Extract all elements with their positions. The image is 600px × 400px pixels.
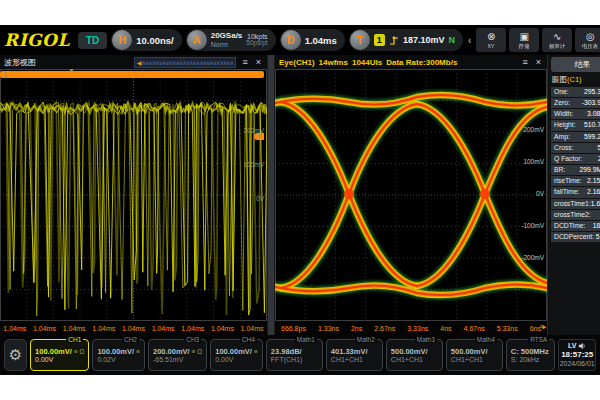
ch3-scale: 200.00mV/ bbox=[153, 347, 190, 356]
measurement-row: Height: 510.7mV bbox=[551, 120, 600, 130]
measurement-value: 2.158ns bbox=[587, 177, 600, 185]
measurement-label: Height: bbox=[554, 121, 576, 129]
trigger-position-marker-icon[interactable]: ▼ bbox=[68, 69, 199, 74]
ch1-card[interactable]: CH1 100.00mV/ ≡ Ω 0.00V bbox=[30, 339, 89, 371]
waveform-menu-icon[interactable]: ≡ bbox=[240, 57, 249, 67]
eye-menu-icon[interactable]: ≡ bbox=[520, 57, 529, 67]
eye-graticule[interactable]: 200mV 100mV 0V -100mV -200mV bbox=[275, 69, 547, 321]
top-toolbar: RIGOL TD H 10.00ns/ A 20GSa/s Norm 10kpt… bbox=[0, 25, 600, 55]
sample-rate-value: 20GSa/s bbox=[211, 32, 243, 40]
measurement-label: DCDPercent: bbox=[554, 233, 594, 241]
waveform-panel-title: 波形视图 bbox=[4, 57, 36, 68]
results-title-button[interactable]: 结果 bbox=[551, 57, 600, 72]
math-scale: 23.98dB/ bbox=[271, 348, 318, 357]
measurement-value: 599.2mV bbox=[584, 133, 600, 141]
measurement-value: 2.164ns bbox=[587, 188, 600, 196]
math-tab-label: Math1 bbox=[295, 336, 317, 343]
results-tab-name: 眼图 bbox=[552, 75, 567, 84]
settings-button[interactable]: ⚙ bbox=[4, 339, 27, 371]
trigger-mode-button[interactable]: TD bbox=[78, 32, 107, 49]
waveform-x-axis: 1.04ms1.04ms1.04ms1.04ms1.04ms1.04ms1.04… bbox=[0, 321, 267, 335]
waveform-graticule[interactable]: 200mV 100mV 0V 1 T ▼ bbox=[0, 69, 267, 321]
rtsa-tab-label: RTSA bbox=[528, 336, 549, 343]
math-tab-label: Math2 bbox=[355, 336, 377, 343]
toolbar-menu-item[interactable]: ∿ 频率计 bbox=[542, 28, 572, 52]
ch3-card[interactable]: CH3 200.00mV/ ≡ Ω -65.51mV bbox=[148, 339, 207, 371]
oscilloscope-screen: RIGOL TD H 10.00ns/ A 20GSa/s Norm 10kpt… bbox=[0, 25, 600, 375]
rtsa-card[interactable]: RTSA C: 500MHz S: 20kHz bbox=[506, 339, 556, 371]
panel-splitter[interactable] bbox=[267, 55, 275, 335]
math-card[interactable]: Math4 500.00mV/ CH1+CH1 bbox=[446, 339, 503, 371]
measurement-value: 295.3mV bbox=[584, 88, 600, 96]
toolbar-menu-item[interactable]: ⊗ XY bbox=[476, 28, 506, 52]
ch1-offset: 0.00V bbox=[35, 356, 84, 364]
measurement-label: BR: bbox=[554, 166, 565, 174]
y-axis-label: 100mV bbox=[243, 161, 264, 168]
math-card[interactable]: Math3 500.00mV/ CH1+CH1 bbox=[386, 339, 443, 371]
ch1-coupling-icons: ≡ Ω bbox=[74, 348, 84, 355]
measurement-row: Zero: -303.9mV bbox=[551, 98, 600, 108]
measurement-row: One: 295.3mV bbox=[551, 87, 600, 97]
x-axis-label: 5.33ns bbox=[497, 325, 518, 332]
acquire-settings-button[interactable]: A 20GSa/s Norm 10kpts 50ps/pt bbox=[186, 29, 276, 51]
ch2-coupling-icons: ≡ bbox=[136, 348, 140, 355]
eye-list-menu-icon[interactable]: ≡▸ bbox=[539, 323, 545, 331]
measurement-label: One: bbox=[554, 88, 569, 96]
ch2-card[interactable]: CH2 100.00mV/ ≡ 0.02V bbox=[92, 339, 145, 371]
horizontal-scale-value: 10.00ns/ bbox=[136, 35, 174, 46]
x-axis-label: 4.67ns bbox=[464, 325, 485, 332]
delay-knob-icon[interactable]: D bbox=[281, 30, 301, 50]
ch3-tab-label: CH3 bbox=[184, 336, 201, 343]
lan-status-label: LV bbox=[568, 342, 576, 350]
x-axis-label: 2ns bbox=[351, 325, 362, 332]
delay-settings-button[interactable]: D 1.04ms bbox=[280, 29, 345, 51]
toolbar-menu-item[interactable]: ◎ 电压表 bbox=[575, 28, 600, 52]
acquire-mode-value: Norm bbox=[211, 41, 243, 48]
math-cards: Math1 23.98dB/ FFT(CH1) Math2 401.33mV/ … bbox=[266, 339, 503, 371]
ch3-coupling-icons: ≡ Ω bbox=[192, 348, 202, 355]
storage-icon: ▣ bbox=[520, 32, 529, 42]
horizontal-settings-button[interactable]: H 10.00ns/ bbox=[111, 29, 182, 51]
y-axis-label: -100mV bbox=[521, 222, 544, 229]
x-axis-label: 1.04ms bbox=[92, 325, 115, 332]
toolbar-menu-item[interactable]: ▣ 存储 bbox=[509, 28, 539, 52]
clock-card[interactable]: LV 18:57:25 2024/06/01 bbox=[558, 339, 596, 371]
measurement-label: riseTime: bbox=[554, 177, 582, 185]
measurement-row: Cross: 50% bbox=[551, 143, 600, 153]
measurement-value: 299.9Mb/s bbox=[579, 166, 600, 174]
results-panel: 结果 眼图(C1) One: 295.3mV Zero: bbox=[547, 55, 600, 335]
horizontal-knob-icon[interactable]: H bbox=[112, 30, 132, 50]
waveform-close-icon[interactable]: × bbox=[254, 57, 263, 67]
rtsa-center-freq: C: 500MHz bbox=[511, 348, 551, 357]
waveform-panel-header: 波形视图 ◀ ∧∨∧∨∧∨∧∨∧∨∧∨∧∨∧∨∧∨∧∨∧∨∧∨∧∨∧∨∧∨∧∨ … bbox=[0, 55, 267, 69]
waveform-view-panel: 波形视图 ◀ ∧∨∧∨∧∨∧∨∧∨∧∨∧∨∧∨∧∨∧∨∧∨∧∨∧∨∧∨∧∨∧∨ … bbox=[0, 55, 267, 335]
math-scale: 500.00mV/ bbox=[451, 348, 498, 357]
eye-wfms-count: 14wfms bbox=[319, 58, 348, 67]
system-time: 18:57:25 bbox=[561, 350, 593, 359]
math-card[interactable]: Math1 23.98dB/ FFT(CH1) bbox=[266, 339, 323, 371]
x-axis-label: 1.04ms bbox=[122, 325, 145, 332]
menu-scroll-left-icon[interactable]: ‹ bbox=[467, 35, 472, 46]
eye-diagram-panel: Eye(CH1) 14wfms 1044UIs Data Rate:300Mb/… bbox=[275, 55, 547, 335]
ch4-coupling-icons: ≡ bbox=[254, 348, 258, 355]
acquire-knob-icon[interactable]: A bbox=[187, 30, 207, 50]
ch2-offset: 0.02V bbox=[97, 356, 140, 364]
waveform-overview-strip[interactable]: ◀ ∧∨∧∨∧∨∧∨∧∨∧∨∧∨∧∨∧∨∧∨∧∨∧∨∧∨∧∨∧∨∧∨ bbox=[134, 57, 237, 68]
ch2-tab-label: CH2 bbox=[122, 336, 139, 343]
math-card[interactable]: Math2 401.33mV/ CH1+CH1 bbox=[326, 339, 383, 371]
y-axis-label: 100mV bbox=[523, 158, 544, 165]
results-rows: One: 295.3mV Zero: -303.9mV Width: 3.083… bbox=[548, 87, 600, 243]
ch4-card[interactable]: CH4 100.00mV/ ≡ 0.00V bbox=[210, 339, 263, 371]
ch2-scale: 100.00mV/ bbox=[97, 347, 134, 356]
results-tab[interactable]: 眼图(C1) bbox=[548, 74, 600, 87]
trigger-knob-icon[interactable]: T bbox=[350, 30, 370, 50]
bottom-status-bar: ⚙ CH1 100.00mV/ ≡ Ω 0.00V CH2 100.00mV/ … bbox=[0, 335, 600, 375]
trigger-level-marker[interactable]: T bbox=[254, 133, 264, 140]
measurement-value: 510.7mV bbox=[584, 121, 600, 129]
eye-close-icon[interactable]: × bbox=[534, 57, 543, 67]
measurement-row: riseTime: 2.158ns bbox=[551, 176, 600, 186]
rtsa-span: S: 20kHz bbox=[511, 356, 551, 364]
measurement-label: Zero: bbox=[554, 99, 570, 107]
trigger-settings-button[interactable]: T 1 187.10mV N bbox=[349, 29, 463, 51]
measurement-label: Cross: bbox=[554, 144, 574, 152]
